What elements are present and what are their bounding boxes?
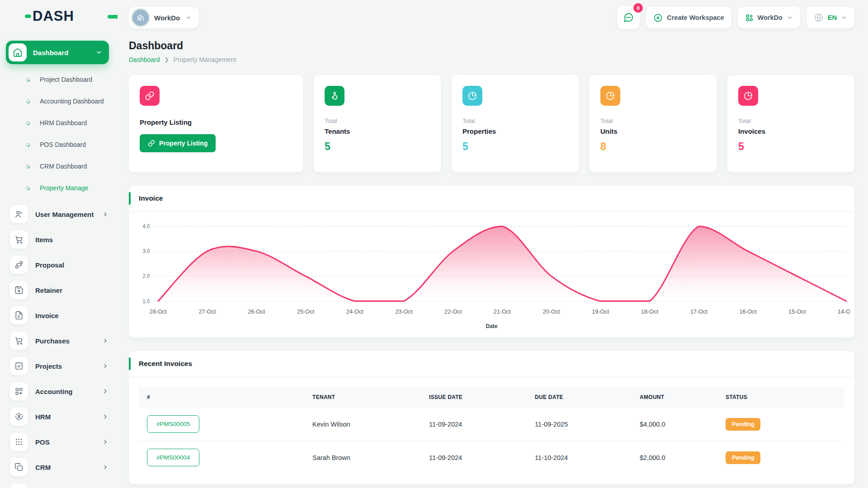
donut-icon <box>25 99 31 104</box>
due-date-cell: 11-09-2025 <box>528 408 632 441</box>
column-header-amount: AMOUNT <box>632 387 718 408</box>
tap-icon <box>325 86 344 106</box>
property-listing-button[interactable]: Property Listing <box>140 134 216 152</box>
workspace-name: WorkDo <box>154 14 180 22</box>
invoice-chart: 4.03.02.01.028-Oct27-Oct26-Oct25-Oct24-O… <box>129 211 854 338</box>
total-units-card: Total Units 8 <box>590 75 717 172</box>
chevron-down-icon <box>787 14 793 21</box>
create-workspace-button[interactable]: Create Workspace <box>646 7 731 28</box>
workspace-avatar-building-icon <box>132 9 149 26</box>
tenant-cell: Sarah Brown <box>305 441 422 474</box>
workflow-icon <box>10 256 28 274</box>
cart-icon <box>10 332 28 350</box>
sidebar-item-accounting[interactable]: Accounting <box>6 379 118 404</box>
sidebar-item-property-manage-dashboard[interactable]: Property Manage <box>6 177 118 199</box>
invoice-id-button[interactable]: #PMS00004 <box>147 449 199 466</box>
table-row: #PMS00004 Sarah Brown 11-09-2024 11-10-2… <box>139 441 844 474</box>
column-header-status: STATUS <box>718 387 844 408</box>
sidebar-item-hrm[interactable]: HRM <box>6 404 118 429</box>
grid-plus-icon <box>10 382 28 400</box>
logo-text: DASH <box>33 8 74 24</box>
area-chart: 4.03.02.01.028-Oct27-Oct26-Oct25-Oct24-O… <box>133 220 850 321</box>
chevron-right-icon <box>102 338 108 344</box>
stat-prefix: Total <box>738 117 844 124</box>
chevron-right-icon <box>102 413 108 420</box>
messages-count-badge: 0 <box>633 3 643 13</box>
dots-grid-icon <box>10 433 28 451</box>
due-date-cell: 11-10-2024 <box>528 441 632 474</box>
card-title: Property Listing <box>140 118 292 126</box>
message-circle-icon <box>623 12 634 23</box>
issue-date-cell: 11-09-2024 <box>422 441 528 474</box>
invoice-id-button[interactable]: #PMS00005 <box>147 415 199 433</box>
svg-text:25-Oct: 25-Oct <box>297 308 314 315</box>
svg-text:16-Oct: 16-Oct <box>739 308 756 315</box>
status-badge[interactable]: Pending <box>726 451 760 464</box>
total-properties-card: Total Properties 5 <box>452 75 579 172</box>
svg-text:21-Oct: 21-Oct <box>494 308 511 315</box>
sidebar-item-purchases[interactable]: Purchases <box>6 328 118 353</box>
sidebar-item-retainer[interactable]: Retainer <box>6 277 118 303</box>
stat-prefix: Total <box>325 117 430 124</box>
stat-value: 5 <box>738 141 844 153</box>
chevron-right-icon <box>102 388 108 394</box>
sidebar-item-proposal[interactable]: Proposal <box>6 252 118 277</box>
column-header-issue-date: ISSUE DATE <box>422 387 528 408</box>
recent-invoices-table: # TENANT ISSUE DATE DUE DATE AMOUNT STAT… <box>129 377 854 484</box>
sidebar-item-accounting-dashboard[interactable]: Accounting Dashboard <box>6 90 118 112</box>
svg-text:3.0: 3.0 <box>142 248 150 254</box>
sidebar-item-project-dashboard[interactable]: Project Dashboard <box>6 69 118 90</box>
check-square-icon <box>10 357 28 375</box>
amount-cell: $2,000.0 <box>632 441 718 474</box>
language-selector[interactable]: EN <box>807 7 854 28</box>
sidebar-item-pos-dashboard[interactable]: POS Dashboard <box>6 134 118 155</box>
sidebar-item-items[interactable]: Items <box>6 227 118 252</box>
accent-bar <box>129 357 131 370</box>
link-icon <box>140 86 160 106</box>
stat-label: Properties <box>462 127 568 135</box>
messages-button[interactable]: 0 <box>617 6 640 29</box>
app-root: DASH Dashboard Project Dashboard Account… <box>0 0 868 488</box>
stat-label: Tenants <box>325 127 430 135</box>
svg-text:19-Oct: 19-Oct <box>592 308 609 315</box>
chevron-down-icon <box>185 14 192 21</box>
sidebar-item-hrm-dashboard[interactable]: HRM Dashboard <box>6 112 118 134</box>
copy-icon <box>10 458 28 476</box>
breadcrumb-dashboard-link[interactable]: Dashboard <box>129 56 160 63</box>
home-icon <box>9 43 27 61</box>
sidebar-item-crm[interactable]: CRM <box>6 455 118 480</box>
stat-cards-row: Property Listing Property Listing Total … <box>129 75 854 172</box>
sidebar-item-invoice[interactable]: Invoice <box>6 303 118 328</box>
workspace-selector[interactable]: WorkDo <box>129 7 199 28</box>
stat-prefix: Total <box>600 117 706 124</box>
chevron-right-icon <box>102 211 108 217</box>
sidebar-item-property-manage[interactable]: Property Manage <box>6 480 118 488</box>
chevron-down-icon <box>95 49 103 56</box>
logo-accent-left <box>25 14 31 18</box>
logo-accent-right <box>108 15 118 19</box>
sidebar-item-label: Dashboard <box>33 49 95 56</box>
top-right-controls: 0 Create Workspace WorkDo EN <box>617 6 854 29</box>
app-logo: DASH <box>25 8 118 24</box>
tenant-cell: Kevin Wilson <box>305 408 422 441</box>
main-content: WorkDo 0 Create Workspace WorkDo <box>118 0 868 488</box>
language-code: EN <box>828 14 837 21</box>
panel-header: Recent Invoices <box>129 351 854 377</box>
workdo-menu-button[interactable]: WorkDo <box>738 7 800 28</box>
panel-header: Invoice <box>129 186 854 211</box>
column-header-due-date: DUE DATE <box>528 387 632 408</box>
donut-icon <box>25 120 31 126</box>
svg-text:28-Oct: 28-Oct <box>150 308 167 315</box>
building-icon <box>10 483 28 488</box>
stat-value: 8 <box>600 141 706 153</box>
page-title: Dashboard <box>129 40 854 52</box>
sidebar-item-pos[interactable]: POS <box>6 429 118 455</box>
sidebar-item-crm-dashboard[interactable]: CRM Dashboard <box>6 155 118 177</box>
svg-text:22-Oct: 22-Oct <box>444 308 462 315</box>
status-badge[interactable]: Pending <box>726 418 760 431</box>
top-bar: WorkDo 0 Create Workspace WorkDo <box>129 0 854 31</box>
sidebar-item-projects[interactable]: Projects <box>6 353 118 379</box>
chevron-right-icon <box>102 464 108 470</box>
sidebar-item-dashboard[interactable]: Dashboard <box>6 41 109 64</box>
sidebar-item-user-management[interactable]: User Management <box>6 202 118 227</box>
